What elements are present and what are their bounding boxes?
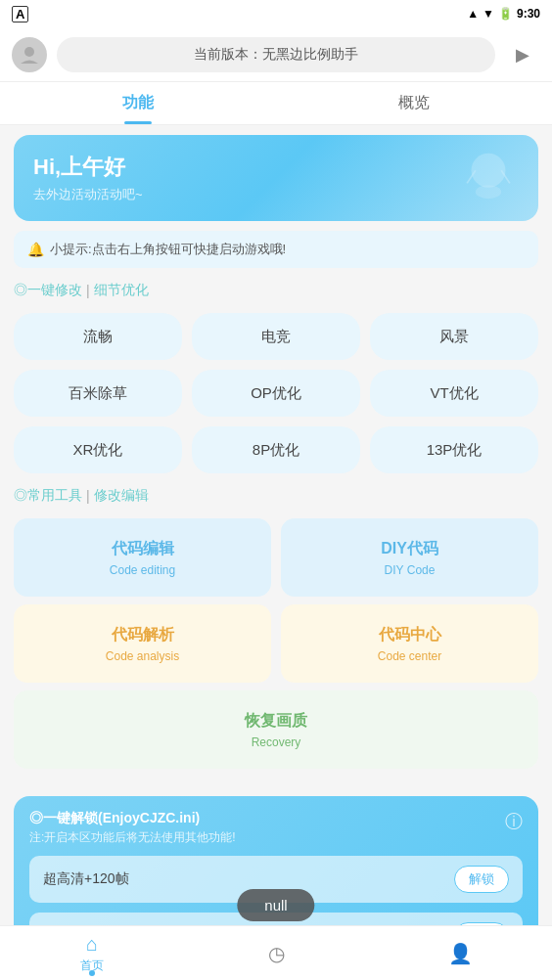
spacer bbox=[14, 779, 538, 786]
tool-card-diy-code[interactable]: DIY代码 DIY Code bbox=[281, 518, 538, 597]
tools-row-3: 恢复画质 Recovery bbox=[14, 690, 538, 769]
section-one-header: ◎一键修改 | 细节优化 bbox=[14, 278, 538, 303]
tool-recovery-title-en: Recovery bbox=[252, 735, 301, 749]
app-label: A bbox=[12, 6, 28, 22]
unlock-note: 注:开启本区功能后将无法使用其他功能! bbox=[29, 829, 236, 846]
tab-overview[interactable]: 概览 bbox=[276, 82, 552, 124]
tool-code-editing-title-zh: 代码编辑 bbox=[112, 539, 174, 559]
tip-text: 小提示:点击右上角按钮可快捷启动游戏哦! bbox=[50, 241, 286, 258]
tool-card-code-analysis[interactable]: 代码解析 Code analysis bbox=[14, 604, 271, 683]
status-right: ▲ ▼ 🔋 9:30 bbox=[467, 7, 540, 21]
tool-code-center-title-zh: 代码中心 bbox=[379, 625, 441, 646]
unlock-header: ◎一键解锁(EnjoyCJZC.ini) 注:开启本区功能后将无法使用其他功能!… bbox=[29, 810, 523, 846]
nav-home-label: 首页 bbox=[80, 958, 104, 974]
tabs: 功能 概览 bbox=[0, 82, 552, 125]
opt-btn-op[interactable]: OP优化 bbox=[192, 370, 360, 417]
nav-item-home[interactable]: ⌂ 首页 bbox=[0, 926, 184, 980]
version-text: 当前版本：无黑边比例助手 bbox=[194, 46, 358, 64]
signal-icon: ▼ bbox=[483, 7, 494, 21]
section-two-header: ◎常用工具 | 修改编辑 bbox=[14, 483, 538, 509]
tool-card-code-center[interactable]: 代码中心 Code center bbox=[281, 604, 538, 683]
tool-card-code-editing[interactable]: 代码编辑 Code editing bbox=[14, 518, 271, 597]
tool-diy-code-title-zh: DIY代码 bbox=[381, 539, 438, 559]
tab-function[interactable]: 功能 bbox=[0, 82, 276, 124]
section-two-divider: | bbox=[86, 488, 90, 504]
hero-greeting: Hi,上午好 bbox=[33, 153, 519, 182]
opt-btn-liuchang[interactable]: 流畅 bbox=[14, 313, 182, 360]
history-icon: ◷ bbox=[268, 942, 285, 965]
home-icon: ⌂ bbox=[86, 933, 98, 956]
unlock-btn-120fps[interactable]: 解锁 bbox=[454, 866, 509, 893]
play-button[interactable]: ▶ bbox=[505, 37, 540, 72]
hero-decoration bbox=[454, 145, 523, 213]
tool-code-analysis-title-zh: 代码解析 bbox=[112, 625, 174, 646]
svg-point-2 bbox=[476, 185, 501, 199]
opt-btn-fengjing[interactable]: 风景 bbox=[370, 313, 538, 360]
hero-subtext: 去外边活动活动吧~ bbox=[33, 186, 519, 203]
top-bar: 当前版本：无黑边比例助手 ▶ bbox=[0, 27, 552, 82]
svg-point-1 bbox=[472, 154, 506, 188]
opt-btn-vt[interactable]: VT优化 bbox=[370, 370, 538, 417]
unlock-title: ◎一键解锁(EnjoyCJZC.ini) bbox=[29, 810, 236, 827]
tip-icon: 🔔 bbox=[27, 242, 44, 257]
tool-recovery-title-zh: 恢复画质 bbox=[245, 711, 307, 732]
avatar[interactable] bbox=[12, 37, 47, 72]
section-one-label: ◎一键修改 bbox=[14, 282, 82, 299]
opt-btn-xr[interactable]: XR优化 bbox=[14, 426, 182, 473]
version-bar: 当前版本：无黑边比例助手 bbox=[57, 37, 495, 72]
hero-banner: Hi,上午好 去外边活动活动吧~ bbox=[14, 135, 538, 221]
info-icon[interactable]: ⓘ bbox=[505, 810, 523, 833]
tool-code-editing-title-en: Code editing bbox=[110, 563, 175, 577]
null-badge: null bbox=[237, 889, 314, 921]
nav-item-history[interactable]: ◷ bbox=[184, 926, 368, 980]
tools-row-2: 代码解析 Code analysis 代码中心 Code center bbox=[14, 604, 538, 683]
unlock-item-120fps-label: 超高清+120帧 bbox=[43, 870, 129, 888]
status-left: A bbox=[12, 6, 28, 22]
nav-item-profile[interactable]: 👤 bbox=[368, 926, 552, 980]
battery-icon: 🔋 bbox=[498, 7, 513, 21]
profile-icon: 👤 bbox=[448, 942, 473, 965]
svg-point-0 bbox=[24, 47, 34, 57]
opt-btn-8p[interactable]: 8P优化 bbox=[192, 426, 360, 473]
section-two-sub: 修改编辑 bbox=[94, 487, 149, 505]
status-bar: A ▲ ▼ 🔋 9:30 bbox=[0, 0, 552, 27]
play-icon: ▶ bbox=[516, 44, 529, 66]
tools-grid: 代码编辑 Code editing DIY代码 DIY Code 代码解析 Co… bbox=[14, 518, 538, 769]
bottom-nav: ⌂ 首页 ◷ 👤 bbox=[0, 925, 552, 980]
wifi-icon: ▲ bbox=[467, 7, 479, 21]
tool-code-analysis-title-en: Code analysis bbox=[106, 649, 179, 663]
tool-code-center-title-en: Code center bbox=[378, 649, 441, 663]
main-content: Hi,上午好 去外边活动活动吧~ 🔔 小提示:点击右上角按钮可快捷启动游戏哦! … bbox=[0, 125, 552, 980]
tool-diy-code-title-en: DIY Code bbox=[385, 563, 436, 577]
tip-bar: 🔔 小提示:点击右上角按钮可快捷启动游戏哦! bbox=[14, 231, 538, 268]
unlock-header-text: ◎一键解锁(EnjoyCJZC.ini) 注:开启本区功能后将无法使用其他功能! bbox=[29, 810, 236, 846]
opt-btn-13p[interactable]: 13P优化 bbox=[370, 426, 538, 473]
opt-button-grid: 流畅 电竞 风景 百米除草 OP优化 VT优化 XR优化 8P优化 13P优化 bbox=[14, 313, 538, 473]
section-one-sub: 细节优化 bbox=[94, 282, 149, 299]
opt-btn-baimichu[interactable]: 百米除草 bbox=[14, 370, 182, 417]
tool-card-recovery[interactable]: 恢复画质 Recovery bbox=[14, 690, 538, 769]
section-one-divider: | bbox=[86, 283, 90, 298]
tools-row-1: 代码编辑 Code editing DIY代码 DIY Code bbox=[14, 518, 538, 597]
time: 9:30 bbox=[517, 7, 540, 21]
section-two-label: ◎常用工具 bbox=[14, 487, 82, 505]
opt-btn-dianjing[interactable]: 电竞 bbox=[192, 313, 360, 360]
